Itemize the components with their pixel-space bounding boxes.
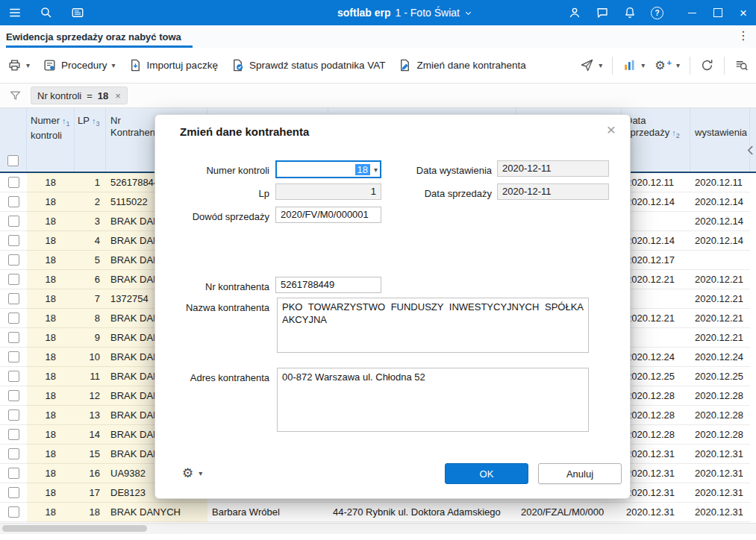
header-filler bbox=[750, 108, 756, 172]
search-in-list-button[interactable] bbox=[734, 58, 749, 72]
row-checkbox[interactable] bbox=[8, 448, 19, 459]
close-button[interactable]: × bbox=[740, 7, 747, 19]
help-icon[interactable]: ? bbox=[651, 7, 663, 19]
numer-kontroli-label: Numer kontroli bbox=[155, 163, 269, 179]
title-chevron-down-icon[interactable] bbox=[464, 9, 472, 17]
row-checkbox[interactable] bbox=[8, 274, 19, 285]
anuluj-button[interactable]: Anuluj bbox=[538, 463, 622, 484]
select-all-checkbox[interactable] bbox=[7, 155, 19, 166]
chevron-down-icon[interactable]: ▾ bbox=[641, 61, 645, 69]
zmien-dane-kontrahenta-button[interactable]: Zmień dane kontrahenta bbox=[398, 58, 525, 72]
edit-contractor-icon bbox=[398, 58, 412, 72]
news-icon[interactable] bbox=[71, 6, 84, 19]
procedury-button[interactable]: Procedury ▾ bbox=[43, 58, 116, 72]
maximize-button[interactable] bbox=[713, 8, 722, 17]
chevron-down-icon[interactable]: ▾ bbox=[599, 61, 602, 69]
cell-data-sprzedazy: 2020.12.21 bbox=[622, 270, 690, 289]
search-list-icon bbox=[734, 58, 749, 72]
horizontal-scrollbar[interactable] bbox=[0, 523, 756, 534]
row-checkbox[interactable] bbox=[8, 506, 19, 518]
sprawdz-status-vat-button[interactable]: Sprawdź status podatnika VAT bbox=[231, 58, 386, 72]
nazwa-kontrahenta-textarea[interactable]: PKO TOWARZYSTWO FUNDUSZY INWESTYCYJNYCH … bbox=[277, 298, 589, 353]
nazwa-kontrahenta-label: Nazwa kontrahenta bbox=[155, 300, 269, 316]
cell-data-sprzedazy: 2020.12.31 bbox=[622, 483, 690, 503]
row-checkbox-cell bbox=[0, 348, 27, 367]
dialog-settings-button[interactable]: ⚙ ▾ bbox=[182, 465, 202, 481]
gear-icon: ⚙ bbox=[655, 58, 665, 72]
columns-scroll-left-icon[interactable] bbox=[747, 145, 754, 155]
column-header-data-wystawienia[interactable]: wystawienia bbox=[690, 108, 750, 172]
chart-button[interactable]: ▾ bbox=[622, 58, 645, 72]
menu-icon[interactable] bbox=[8, 6, 22, 19]
row-checkbox-cell bbox=[0, 289, 27, 309]
column-header-numer-kontroli[interactable]: Numer↑1 kontroli bbox=[27, 108, 75, 172]
bell-icon[interactable] bbox=[623, 6, 637, 19]
zmien-dane-kontrahenta-label: Zmień dane kontrahenta bbox=[416, 60, 525, 71]
filter-funnel-icon[interactable] bbox=[9, 90, 22, 102]
nr-kontrahenta-input[interactable]: 5261788449 bbox=[275, 277, 381, 293]
row-checkbox[interactable] bbox=[8, 468, 19, 479]
column-header-data-sprzedazy[interactable]: Data sprzedaży↑2 bbox=[622, 108, 690, 172]
tab-ewidencja-sprzedazy[interactable]: Ewidencja sprzedaży oraz nabyć towa bbox=[6, 25, 197, 48]
cell-data-wystawienia: 2020.12.14 bbox=[690, 192, 750, 212]
cell-numer-kontroli: 18 bbox=[27, 309, 75, 328]
row-checkbox[interactable] bbox=[8, 177, 19, 188]
cell-data-wystawienia: 2020.12.28 bbox=[690, 386, 750, 406]
send-button[interactable]: ▾ bbox=[580, 58, 602, 72]
importuj-paczke-button[interactable]: Importuj paczkę bbox=[128, 58, 218, 72]
filter-chip[interactable]: Nr kontroli = 18 × bbox=[31, 87, 128, 104]
row-checkbox[interactable] bbox=[8, 332, 19, 343]
procedury-label: Procedury bbox=[61, 60, 107, 71]
sprawdz-status-vat-label: Sprawdź status podatnika VAT bbox=[249, 60, 386, 71]
chevron-down-icon[interactable]: ▾ bbox=[199, 469, 202, 477]
adres-kontrahenta-textarea[interactable]: 00-872 Warszawa ul. Chłodna 52 bbox=[277, 368, 589, 432]
row-checkbox[interactable] bbox=[8, 254, 19, 266]
horizontal-scrollbar-thumb[interactable] bbox=[2, 525, 147, 532]
dialog-close-icon[interactable]: × bbox=[607, 121, 616, 139]
row-checkbox[interactable] bbox=[8, 313, 19, 324]
row-checkbox[interactable] bbox=[8, 390, 19, 401]
ok-button[interactable]: OK bbox=[445, 463, 528, 484]
row-checkbox[interactable] bbox=[8, 487, 19, 498]
minimize-button[interactable] bbox=[688, 12, 696, 13]
data-wystawienia-field[interactable]: 2020-12-11 bbox=[497, 160, 609, 177]
lp-field[interactable]: 1 bbox=[275, 183, 381, 200]
numer-kontroli-combobox[interactable]: 18 ▾ bbox=[275, 160, 381, 178]
combobox-chevron-down-icon[interactable]: ▾ bbox=[374, 166, 378, 174]
print-button[interactable]: ▾ bbox=[7, 58, 30, 72]
cell-lp: 1 bbox=[75, 173, 106, 192]
chevron-down-icon[interactable]: ▾ bbox=[676, 61, 680, 69]
dowod-sprzedazy-input[interactable]: 2020/FV/M0/000001 bbox=[275, 207, 381, 223]
column-header-lp[interactable]: LP↑3 bbox=[75, 108, 106, 172]
printer-icon bbox=[7, 58, 22, 72]
data-sprzedazy-field[interactable]: 2020-12-11 bbox=[497, 183, 609, 200]
row-checkbox[interactable] bbox=[8, 216, 19, 227]
combobox-selected-value: 18 bbox=[355, 164, 370, 175]
settings-button[interactable]: ⚙ + ▾ bbox=[655, 58, 680, 72]
row-filler bbox=[750, 251, 756, 270]
row-filler bbox=[750, 173, 756, 192]
table-row[interactable]: 18 18 BRAK DANYCH Barbara Wróbel 44-270 … bbox=[0, 503, 756, 522]
tab-label: Ewidencja sprzedaży oraz nabyć towa bbox=[6, 31, 194, 43]
cell-data-wystawienia: 2020.12.31 bbox=[690, 483, 750, 503]
row-checkbox-cell bbox=[0, 367, 27, 386]
row-checkbox[interactable] bbox=[8, 235, 19, 246]
row-checkbox[interactable] bbox=[8, 196, 19, 207]
row-filler bbox=[750, 406, 756, 425]
refresh-button[interactable] bbox=[700, 58, 714, 72]
row-checkbox[interactable] bbox=[8, 293, 19, 304]
row-checkbox[interactable] bbox=[8, 351, 19, 362]
tab-overflow-menu-icon[interactable]: ⋮ bbox=[737, 28, 750, 43]
user-icon[interactable] bbox=[568, 6, 581, 19]
chip-remove-icon[interactable]: × bbox=[115, 90, 121, 101]
chevron-down-icon[interactable]: ▾ bbox=[26, 61, 30, 69]
cell-data-wystawienia: 2020.12.24 bbox=[690, 348, 750, 367]
cell-data-wystawienia: 2020.12.21 bbox=[690, 270, 750, 289]
row-checkbox[interactable] bbox=[8, 409, 19, 421]
chat-icon[interactable] bbox=[596, 6, 609, 19]
chevron-down-icon[interactable]: ▾ bbox=[112, 61, 116, 69]
cell-data-wystawienia: 2020.12.31 bbox=[690, 464, 750, 483]
row-checkbox[interactable] bbox=[8, 371, 19, 382]
row-checkbox[interactable] bbox=[8, 429, 19, 440]
search-icon[interactable] bbox=[40, 6, 53, 19]
